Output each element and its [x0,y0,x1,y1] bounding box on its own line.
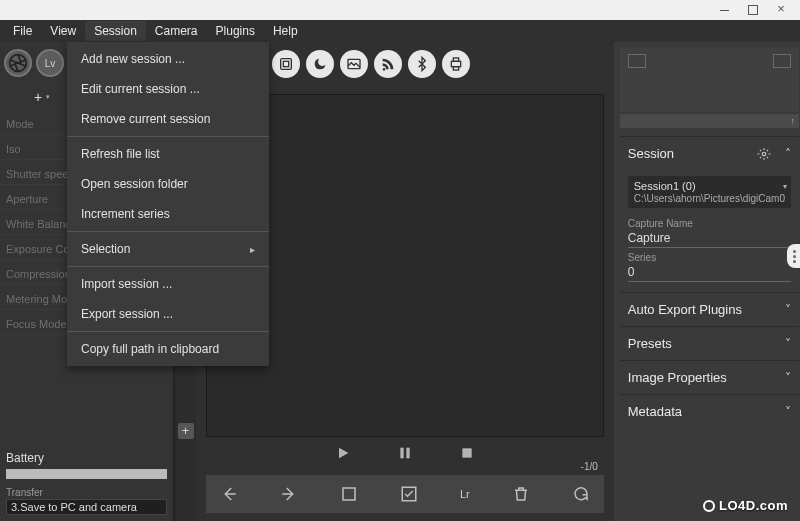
transfer-label: Transfer [0,485,173,498]
thumb-placeholder-left [628,54,646,68]
series-label: Series [628,252,791,263]
menu-file[interactable]: File [4,21,41,41]
svg-rect-8 [400,448,403,459]
rss-icon[interactable] [374,50,402,78]
svg-rect-3 [283,61,288,66]
play-icon[interactable] [335,445,351,461]
svg-rect-6 [453,58,458,61]
bottom-toolbar: -1/0 Lr [206,475,604,513]
battery-bar [6,469,167,479]
menu-increment-series[interactable]: Increment series [67,199,269,229]
menu-remove-session[interactable]: Remove current session [67,104,269,134]
print-icon[interactable] [442,50,470,78]
window-maximize-button[interactable] [748,5,758,15]
menu-session[interactable]: Session [85,21,146,41]
titlebar: × [0,0,800,20]
chevron-down-icon: ˅ [785,371,791,385]
drag-handle-icon[interactable] [787,244,800,268]
night-icon[interactable] [306,50,334,78]
svg-rect-11 [343,488,355,500]
svg-rect-10 [462,448,471,457]
globe-icon [703,500,715,512]
battery-label: Battery [0,445,173,467]
chevron-down-icon: ˅ [785,303,791,317]
capture-name-label: Capture Name [628,218,791,229]
window-close-button[interactable]: × [776,5,786,15]
svg-rect-7 [453,67,458,70]
watermark: LO4D.com [703,498,788,513]
lightroom-button[interactable]: Lr [460,488,470,500]
image-props-section[interactable]: Image Properties˅ [620,360,799,394]
chevron-down-icon: ▾ [783,182,787,191]
menu-selection[interactable]: Selection▸ [67,234,269,264]
menu-edit-session[interactable]: Edit current session ... [67,74,269,104]
transfer-select[interactable]: 3.Save to PC and camera [6,499,167,515]
auto-export-section[interactable]: Auto Export Plugins˅ [620,292,799,326]
trash-icon[interactable] [512,485,530,503]
pause-icon[interactable] [397,445,413,461]
stop-icon[interactable] [459,445,475,461]
menu-import-session[interactable]: Import session ... [67,269,269,299]
thumbnail-strip [620,48,799,112]
picture-icon[interactable] [340,50,368,78]
liveview-button[interactable]: Lv [36,49,64,77]
bluetooth-icon[interactable] [408,50,436,78]
svg-rect-5 [451,61,460,66]
series-input[interactable] [628,263,791,282]
session-header-label: Session [628,146,674,161]
gear-icon[interactable] [757,147,771,161]
metadata-section[interactable]: Metadata˅ [620,394,799,428]
back-icon[interactable] [220,485,238,503]
menu-camera[interactable]: Camera [146,21,207,41]
chevron-down-icon: ˅ [785,405,791,419]
menu-add-session[interactable]: Add new session ... [67,44,269,74]
menu-plugins[interactable]: Plugins [207,21,264,41]
submenu-arrow-icon: ▸ [250,244,255,255]
session-section-header[interactable]: Session ˄ [620,136,799,170]
menu-view[interactable]: View [41,21,85,41]
chevron-down-icon: ˅ [785,337,791,351]
stop-square-icon[interactable] [340,485,358,503]
svg-rect-2 [281,59,292,70]
presets-section[interactable]: Presets˅ [620,326,799,360]
aperture-icon[interactable] [4,49,32,77]
menubar: File View Session Camera Plugins Help [0,20,800,42]
scroll-up-button[interactable]: ↑ [620,114,799,128]
svg-rect-9 [406,448,409,459]
session-select[interactable]: Session1 (0) C:\Users\ahorn\Pictures\dig… [628,176,791,208]
session-dropdown: Add new session ... Edit current session… [67,42,269,366]
image-counter: -1/0 [581,461,598,472]
svg-point-13 [762,152,766,156]
menu-export-session[interactable]: Export session ... [67,299,269,329]
add-setting-button[interactable]: + [178,423,194,439]
chevron-up-icon: ˄ [785,147,791,161]
thumb-placeholder-right [773,54,791,68]
forward-icon[interactable] [280,485,298,503]
menu-copy-path[interactable]: Copy full path in clipboard [67,334,269,364]
bracket-icon[interactable] [272,50,300,78]
check-icon[interactable] [400,485,418,503]
capture-name-input[interactable] [628,229,791,248]
menu-open-folder[interactable]: Open session folder [67,169,269,199]
refresh-icon[interactable] [572,485,590,503]
right-panel: ↑ Session ˄ Session1 (0) C:\Users\ahorn\… [614,42,800,521]
menu-help[interactable]: Help [264,21,307,41]
session-path: C:\Users\ahorn\Pictures\digiCam0 [634,193,785,204]
window-minimize-button[interactable] [720,5,730,15]
playback-controls [196,437,614,469]
menu-refresh-files[interactable]: Refresh file list [67,139,269,169]
